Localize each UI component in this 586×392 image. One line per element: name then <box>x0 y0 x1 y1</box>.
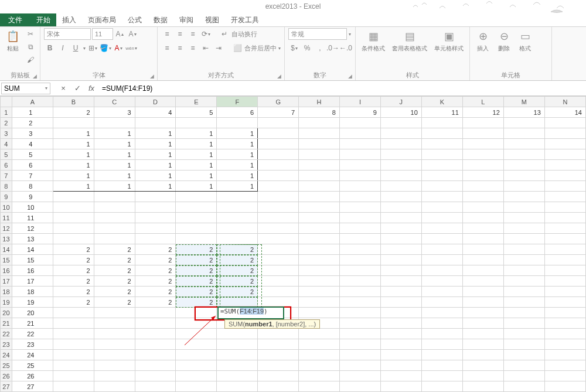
phonetic-button[interactable]: wén▾ <box>125 42 137 54</box>
cell-N24[interactable] <box>544 350 585 360</box>
tab-page-layout[interactable]: 页面布局 <box>82 13 122 26</box>
cell-A27[interactable]: 27 <box>12 381 53 392</box>
cell-D3[interactable]: 1 <box>135 128 176 139</box>
cell-C5[interactable]: 1 <box>94 149 135 160</box>
row-header-2[interactable]: 2 <box>1 118 12 128</box>
cell-K17[interactable] <box>421 276 462 287</box>
row-header-18[interactable]: 18 <box>1 287 12 297</box>
cell-K22[interactable] <box>421 329 462 339</box>
cell-D14[interactable]: 2 <box>135 244 176 255</box>
cell-B3[interactable]: 1 <box>53 128 94 139</box>
cell-M18[interactable] <box>503 287 544 297</box>
alignment-dialog-launcher[interactable]: ◢ <box>277 73 283 79</box>
row-header-7[interactable]: 7 <box>1 171 12 181</box>
cell-N10[interactable] <box>544 202 585 213</box>
row-header-8[interactable]: 8 <box>1 181 12 192</box>
insert-cells-button[interactable]: ⊕ 插入 <box>473 28 492 54</box>
cell-L25[interactable] <box>462 360 503 371</box>
cell-M20[interactable] <box>503 308 544 318</box>
tab-file[interactable]: 文件 <box>0 13 30 26</box>
cell-G18[interactable] <box>258 287 299 297</box>
cell-E26[interactable] <box>176 371 217 381</box>
cell-F23[interactable] <box>217 339 258 350</box>
cell-K1[interactable]: 11 <box>421 107 462 118</box>
number-format-select[interactable] <box>288 28 347 40</box>
cell-D19[interactable]: 2 <box>135 297 176 308</box>
col-header-A[interactable]: A <box>12 97 53 107</box>
cell-M2[interactable] <box>503 118 544 128</box>
cell-G14[interactable] <box>258 244 299 255</box>
cell-C19[interactable]: 2 <box>94 297 135 308</box>
cell-J17[interactable] <box>380 276 421 287</box>
cell-G10[interactable] <box>258 202 299 213</box>
cell-M10[interactable] <box>503 202 544 213</box>
enter-formula-button[interactable]: ✓ <box>70 82 84 95</box>
cell-F7[interactable]: 1 <box>217 171 258 181</box>
cell-G8[interactable] <box>258 181 299 192</box>
cell-K19[interactable] <box>421 297 462 308</box>
cell-A10[interactable]: 10 <box>12 202 53 213</box>
cell-E13[interactable] <box>176 234 217 244</box>
cell-A1[interactable]: 1 <box>12 107 53 118</box>
cell-B23[interactable] <box>53 339 94 350</box>
conditional-formatting-button[interactable]: ▦ 条件格式 <box>359 28 387 54</box>
cell-B27[interactable] <box>53 381 94 392</box>
cell-L5[interactable] <box>462 149 503 160</box>
cell-C17[interactable]: 2 <box>94 276 135 287</box>
cell-E18[interactable]: 2 <box>176 287 217 297</box>
col-header-C[interactable]: C <box>94 97 135 107</box>
italic-button[interactable]: I <box>57 42 69 54</box>
cell-H8[interactable] <box>299 181 340 192</box>
cell-N26[interactable] <box>544 371 585 381</box>
row-header-12[interactable]: 12 <box>1 223 12 234</box>
cell-I12[interactable] <box>339 223 380 234</box>
cell-I24[interactable] <box>339 350 380 360</box>
cell-A18[interactable]: 18 <box>12 287 53 297</box>
cell-B21[interactable] <box>53 318 94 329</box>
cell-F3[interactable]: 1 <box>217 128 258 139</box>
cell-I23[interactable] <box>339 339 380 350</box>
cell-N12[interactable] <box>544 223 585 234</box>
cell-M24[interactable] <box>503 350 544 360</box>
cell-M4[interactable] <box>503 139 544 149</box>
cell-G25[interactable] <box>258 360 299 371</box>
cell-L27[interactable] <box>462 381 503 392</box>
cell-A14[interactable]: 14 <box>12 244 53 255</box>
cell-J19[interactable] <box>380 297 421 308</box>
cell-B24[interactable] <box>53 350 94 360</box>
cell-C12[interactable] <box>94 223 135 234</box>
cell-styles-button[interactable]: ▣ 单元格样式 <box>432 28 466 54</box>
cell-N11[interactable] <box>544 213 585 223</box>
cell-A24[interactable]: 24 <box>12 350 53 360</box>
row-header-24[interactable]: 24 <box>1 350 12 360</box>
cell-C1[interactable]: 3 <box>94 107 135 118</box>
cell-N7[interactable] <box>544 171 585 181</box>
cell-I5[interactable] <box>339 149 380 160</box>
paste-button[interactable]: 📋 粘贴 <box>4 28 22 54</box>
increase-indent-button[interactable]: ⇥ <box>213 42 224 54</box>
cell-A11[interactable]: 11 <box>12 213 53 223</box>
cell-H3[interactable] <box>299 128 340 139</box>
cell-B4[interactable]: 1 <box>53 139 94 149</box>
name-box-dropdown-icon[interactable]: ▾ <box>45 86 47 91</box>
row-header-15[interactable]: 15 <box>1 255 12 265</box>
cell-B19[interactable]: 2 <box>53 297 94 308</box>
cell-G27[interactable] <box>258 381 299 392</box>
cell-C24[interactable] <box>94 350 135 360</box>
col-header-F[interactable]: F <box>217 97 258 107</box>
cell-E3[interactable]: 1 <box>176 128 217 139</box>
cell-D11[interactable] <box>135 213 176 223</box>
cell-K13[interactable] <box>421 234 462 244</box>
tab-dev-tools[interactable]: 开发工具 <box>225 13 265 26</box>
col-header-D[interactable]: D <box>135 97 176 107</box>
cell-K2[interactable] <box>421 118 462 128</box>
row-header-1[interactable]: 1 <box>1 107 12 118</box>
cell-F10[interactable] <box>217 202 258 213</box>
cell-C4[interactable]: 1 <box>94 139 135 149</box>
cell-L17[interactable] <box>462 276 503 287</box>
cell-I15[interactable] <box>339 255 380 265</box>
orientation-button[interactable]: ⟳▾ <box>200 28 212 40</box>
cell-L9[interactable] <box>462 192 503 202</box>
cell-A25[interactable]: 25 <box>12 360 53 371</box>
cell-L16[interactable] <box>462 265 503 276</box>
